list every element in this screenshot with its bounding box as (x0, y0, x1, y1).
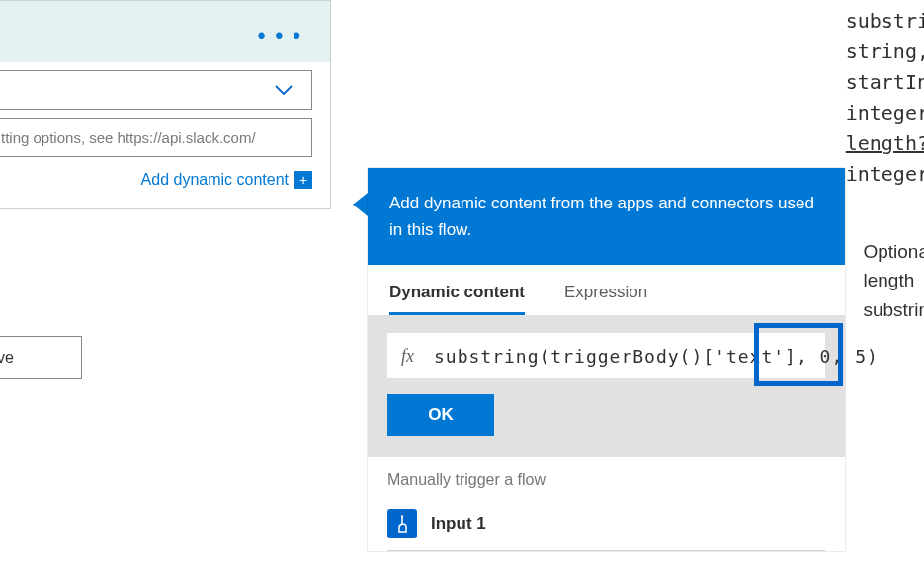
save-button-label: ve (0, 349, 14, 367)
text-input-field[interactable]: tting options, see https://api.slack.com… (0, 118, 312, 157)
divider (387, 550, 825, 551)
dynamic-item-input1[interactable]: Input 1 (368, 503, 845, 550)
dynamic-item-label: Input 1 (431, 514, 486, 534)
panel-tabs: Dynamic content Expression (368, 265, 845, 315)
add-dynamic-row: Add dynamic content + (0, 165, 312, 189)
desc-line: Optiona (863, 237, 924, 266)
panel-caret (353, 193, 368, 216)
dropdown-field[interactable] (0, 70, 312, 110)
desc-line: substrin (863, 295, 924, 324)
section-manually-trigger: Manually trigger a flow (368, 457, 845, 503)
panel-header: Add dynamic content from the apps and co… (368, 168, 845, 265)
expression-area: fx substring(triggerBody()['text'], 0, 5… (368, 315, 845, 457)
sig-line: string, (846, 37, 924, 67)
tab-expression[interactable]: Expression (564, 283, 647, 315)
expression-text: substring(triggerBody()['text'], 0, 5) (434, 346, 879, 367)
touch-icon (387, 509, 417, 538)
card-body: tting options, see https://api.slack.com… (0, 62, 330, 189)
dynamic-content-panel: Add dynamic content from the apps and co… (368, 168, 845, 551)
ok-button[interactable]: OK (387, 394, 494, 436)
sig-line: length? (846, 128, 924, 159)
function-description: Optiona length substrin (863, 237, 924, 324)
tab-dynamic-content[interactable]: Dynamic content (389, 283, 525, 315)
card-header: • • • (0, 1, 330, 62)
add-dynamic-content-link[interactable]: Add dynamic content (141, 171, 289, 189)
sig-line: integer (846, 159, 924, 190)
expression-input[interactable]: fx substring(triggerBody()['text'], 0, 5… (387, 333, 825, 378)
desc-line: length (863, 266, 924, 294)
chevron-down-icon (274, 83, 294, 97)
sig-line: integer (846, 98, 924, 128)
more-menu-icon[interactable]: • • • (258, 23, 302, 48)
fx-icon: fx (401, 346, 414, 367)
function-signature: substri string, startIn integer length? … (846, 6, 924, 190)
save-button[interactable]: ve (0, 336, 82, 379)
sig-line: startIn (846, 67, 924, 98)
plus-icon[interactable]: + (294, 171, 312, 189)
svg-point-0 (401, 516, 403, 518)
input-placeholder: tting options, see https://api.slack.com… (1, 129, 256, 146)
sig-line: substri (846, 6, 924, 37)
action-card: • • • tting options, see https://api.sla… (0, 0, 331, 209)
